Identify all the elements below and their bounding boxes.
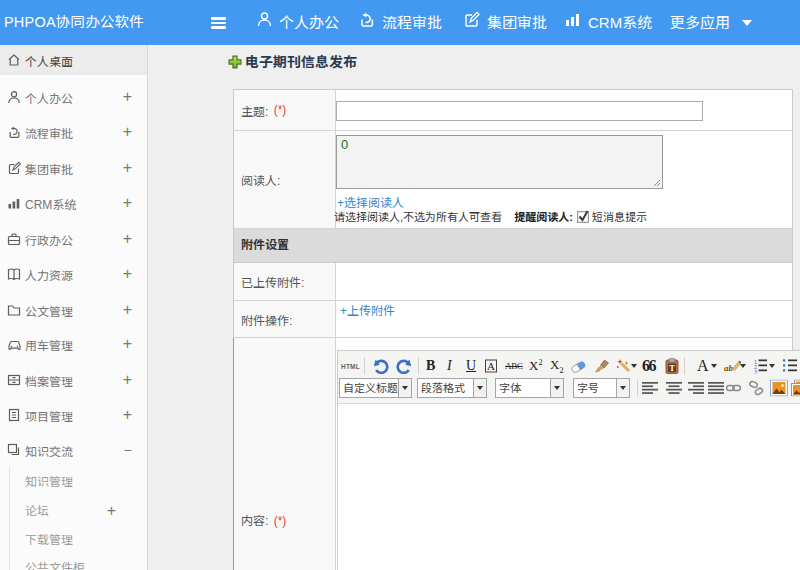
svg-text:ab: ab: [724, 362, 734, 372]
svg-text:T: T: [669, 362, 675, 372]
svg-text:3: 3: [754, 368, 757, 373]
